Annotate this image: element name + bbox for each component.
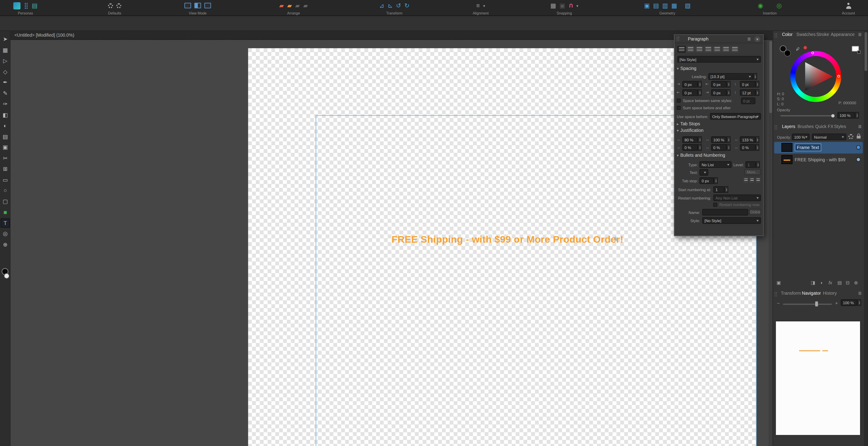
view-vector-icon[interactable] [184, 3, 191, 8]
paragraph-style-dropdown[interactable]: [No Style] [677, 56, 761, 62]
view-pixel-icon[interactable] [204, 3, 211, 8]
view-tool[interactable]: ⊕ [0, 240, 10, 249]
color-wheel[interactable] [790, 51, 841, 102]
list-align-center-button[interactable] [749, 177, 754, 183]
first-line-indent-field[interactable]: 0 px [711, 81, 727, 88]
flip-horizontal-icon[interactable]: ⊿ [379, 2, 384, 8]
vector-crop-tool[interactable]: ◇ [0, 67, 10, 77]
snapping-dropdown-icon[interactable]: ▾ [577, 4, 579, 7]
tab-history[interactable]: History [823, 291, 837, 296]
zoom-spinner[interactable] [857, 299, 861, 306]
move-to-front-icon[interactable]: ▰ [279, 2, 284, 8]
zoom-slider[interactable] [783, 304, 832, 305]
list-name-field[interactable] [702, 209, 748, 215]
tab-layers[interactable]: Layers [782, 124, 795, 129]
black-swatch[interactable] [857, 51, 861, 54]
desired-word-spacing-spinner[interactable] [726, 137, 730, 143]
min-letter-spacing-field[interactable]: 0 % [682, 144, 698, 151]
geometry-add-icon[interactable]: ▣ [644, 2, 650, 8]
para-justify-right-button[interactable] [721, 46, 730, 53]
zoom-value-field[interactable]: 100 % [841, 299, 857, 306]
tab-brushes[interactable]: Brushes [798, 124, 814, 129]
right-indent-spinner[interactable] [698, 89, 702, 96]
ellipse-tool[interactable]: ○ [0, 186, 10, 195]
space-after-field[interactable]: 12 pt [740, 89, 755, 96]
sl-selector-dot[interactable] [837, 75, 840, 78]
navigator-panel-grip[interactable] [775, 292, 777, 297]
left-indent-field[interactable]: 0 px [682, 81, 698, 88]
sampled-color-dot[interactable] [804, 46, 807, 49]
pen-tool[interactable]: ✒ [0, 78, 10, 87]
move-to-back-icon[interactable]: ▰ [287, 2, 292, 8]
photo-persona-icon[interactable]: ▤ [32, 2, 37, 8]
picture-frame-tool[interactable]: ■ [0, 207, 10, 217]
view-split-icon[interactable] [194, 3, 201, 8]
layer-lock-icon[interactable] [857, 136, 861, 139]
paragraph-panel-grip[interactable] [677, 37, 679, 41]
document-tab[interactable]: <Untitled> [Modified] (100.0%) [14, 33, 74, 38]
navigator-panel-menu-icon[interactable]: ≣ [858, 291, 862, 296]
snap-grid-icon[interactable]: ▦ [550, 2, 556, 8]
defaults-sync-icon[interactable] [108, 3, 113, 8]
color-picker-tool[interactable]: ◎ [0, 229, 10, 238]
geometry-subtract-icon[interactable]: ▤ [653, 2, 659, 8]
geometry-divide-icon[interactable]: ▧ [685, 2, 690, 8]
para-justify-center-button[interactable] [713, 46, 721, 53]
max-word-spacing-spinner[interactable] [755, 137, 759, 143]
panels-scrollbar[interactable] [864, 31, 868, 446]
list-type-dropdown[interactable]: No List [700, 161, 732, 168]
pencil-tool[interactable]: ✎ [0, 89, 10, 98]
artboard-tool[interactable]: ▦ [0, 46, 10, 55]
place-image-tool[interactable]: ▣ [0, 143, 10, 152]
start-numbering-spinner[interactable] [724, 186, 728, 193]
tab-appearance[interactable]: Appearance [831, 32, 855, 37]
space-before-field[interactable]: 0 pt [740, 81, 755, 88]
list-tabstop-spinner[interactable] [714, 177, 718, 184]
layers-panel-menu-icon[interactable]: ≣ [858, 124, 862, 129]
move-forward-icon[interactable]: ▰ [295, 2, 300, 8]
color-panel-menu-icon[interactable]: ≣ [858, 32, 862, 37]
tab-styles[interactable]: Styles [834, 124, 846, 129]
list-align-right-button[interactable] [755, 177, 761, 183]
layer-thumbnail[interactable] [781, 143, 793, 152]
tab-color[interactable]: Color [782, 32, 793, 37]
list-text-dropdown[interactable] [700, 169, 708, 176]
para-justify-left-button[interactable] [704, 46, 712, 53]
same-styles-checkbox[interactable] [677, 99, 681, 102]
desired-word-spacing-field[interactable]: 100 % [711, 137, 727, 143]
blend-mode-dropdown[interactable]: Normal [812, 133, 846, 140]
justification-section-header[interactable]: ▾ Justification [677, 128, 704, 133]
spacing-section-header[interactable]: ▾ Spacing [677, 66, 696, 71]
para-align-left-button[interactable] [677, 46, 686, 53]
rounded-rectangle-tool[interactable]: ▢ [0, 197, 10, 206]
color-panel-grip[interactable] [775, 33, 777, 38]
opacity-slider[interactable] [780, 115, 833, 117]
zoom-out-icon[interactable]: − [777, 300, 780, 306]
tab-quickfx[interactable]: Quick FX [815, 124, 833, 129]
rectangle-tool[interactable]: ▭ [0, 175, 10, 184]
headline-text[interactable]: FREE Shipping - with $99 or More Product… [392, 234, 623, 245]
layers-panel-grip[interactable] [775, 125, 777, 130]
canvas-scrollbar-thumb[interactable] [769, 41, 772, 113]
vector-brush-tool[interactable]: ✑ [0, 99, 10, 109]
bullets-section-header[interactable]: ▾ Bullets and Numbering [677, 153, 725, 158]
right-indent-field[interactable]: 0 px [682, 89, 698, 96]
duplicate-layer-icon[interactable]: ▣ [776, 280, 781, 286]
crop-tool[interactable]: ✂ [0, 154, 10, 163]
paragraph-panel-menu-icon[interactable]: ≣ [747, 37, 751, 41]
navigator-preview[interactable] [776, 321, 860, 435]
mask-layer-icon[interactable]: ◨ [811, 280, 815, 286]
layer-thumbnail[interactable] [781, 155, 793, 164]
insert-behind-icon[interactable]: ◎ [776, 2, 782, 8]
move-tool[interactable]: ➤ [0, 34, 10, 44]
list-level-spinner[interactable] [756, 161, 760, 168]
fill-tool[interactable]: ◧ [0, 110, 10, 120]
blend-options-icon[interactable] [848, 134, 853, 139]
para-justify-all-button[interactable] [731, 46, 739, 53]
tab-swatches[interactable]: Swatches [796, 32, 815, 37]
use-space-before-dropdown[interactable]: Only Between Paragraphs [710, 113, 761, 120]
publisher-app-icon[interactable] [13, 2, 21, 9]
layer-effects-icon[interactable]: fx [829, 280, 832, 286]
layer-name-edit-field[interactable]: Frame Text [795, 144, 821, 151]
delete-layer-icon[interactable]: ⊗ [854, 280, 858, 286]
